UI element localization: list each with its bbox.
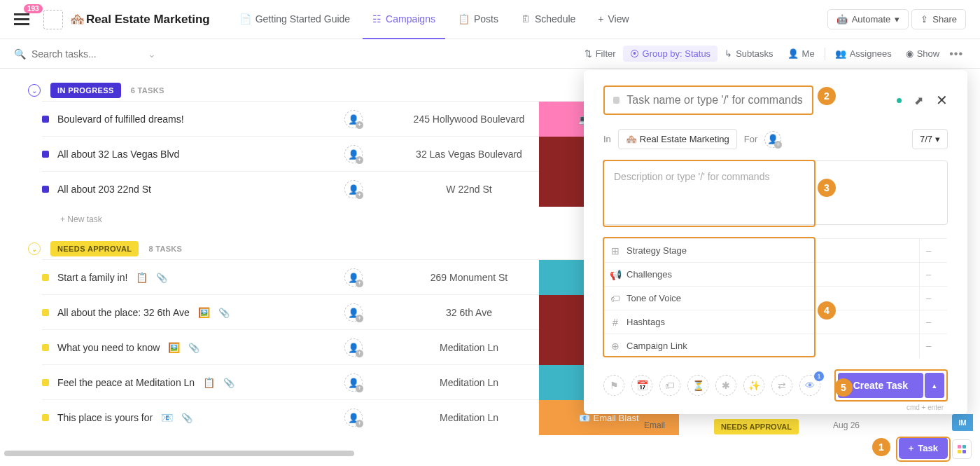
- dependency-icon[interactable]: ⇄: [771, 375, 792, 396]
- show-button[interactable]: ◉Show: [899, 46, 947, 62]
- assignee-add[interactable]: 👤: [344, 374, 363, 392]
- collapse-toggle[interactable]: ⌄: [28, 84, 41, 97]
- ai-icon[interactable]: ✨: [743, 375, 764, 396]
- attachment-icon: 📎: [188, 343, 200, 353]
- toolbar: 🔍 ⌄ ⇅Filter ⦿Group by: Status ↳Subtasks …: [0, 39, 980, 69]
- share-button[interactable]: ⇪ Share: [911, 9, 966, 29]
- apps-icon: [958, 445, 966, 453]
- task-name-input[interactable]: [626, 94, 804, 107]
- page-title[interactable]: 🏘️ Real Estate Marketing: [70, 12, 210, 27]
- status-pill[interactable]: IN PROGRESS: [50, 83, 121, 98]
- for-label: For: [744, 134, 758, 144]
- date-icon[interactable]: 📅: [631, 375, 652, 396]
- field-row[interactable]: 🏷Tone of Voice–: [604, 286, 947, 310]
- filter-button[interactable]: ⇅Filter: [578, 46, 623, 62]
- me-button[interactable]: 👤Me: [780, 46, 822, 62]
- search-input[interactable]: [31, 48, 136, 60]
- create-task-dropdown[interactable]: ▴: [925, 373, 944, 398]
- keyboard-hint: cmd + enter: [906, 404, 944, 411]
- calendar-icon: 🗓: [521, 13, 531, 25]
- description-input[interactable]: Description or type '/' for commands: [603, 160, 948, 225]
- assignee-add[interactable]: 👤: [344, 180, 363, 198]
- person-icon: 👤: [788, 48, 799, 59]
- status-pill[interactable]: NEEDS APPROVAL: [50, 241, 139, 256]
- status-square: [613, 97, 620, 104]
- attachment-icon: 📎: [181, 413, 192, 423]
- field-row[interactable]: #Hashtags–: [604, 310, 947, 334]
- tag-icon[interactable]: 🏷: [659, 375, 680, 396]
- field-count-chip[interactable]: 7/7 ▾: [912, 129, 948, 149]
- tab-posts[interactable]: 📋 Posts: [448, 0, 508, 39]
- assignee-add[interactable]: 👤: [344, 110, 363, 128]
- plus-icon: +: [598, 13, 603, 25]
- doc-icon: 📄: [239, 13, 251, 25]
- field-row[interactable]: 📢Challenges–: [604, 262, 947, 286]
- more-button[interactable]: •••: [946, 48, 966, 60]
- chevron-down-icon: ▾: [895, 14, 899, 25]
- task-count: 8 TASKS: [148, 245, 182, 253]
- search-box[interactable]: 🔍 ⌄: [14, 48, 156, 60]
- tab-campaigns[interactable]: ☷ Campaigns: [363, 0, 445, 39]
- status-square[interactable]: [42, 274, 49, 281]
- presence-dot: [897, 98, 902, 103]
- chevron-down-icon[interactable]: ⌄: [148, 48, 156, 60]
- group-by-button[interactable]: ⦿Group by: Status: [623, 46, 718, 62]
- assignee-add[interactable]: 👤: [764, 131, 781, 148]
- menu-toggle[interactable]: 193: [14, 10, 34, 29]
- title-emoji: 🏘️: [70, 12, 85, 27]
- status-square[interactable]: [42, 344, 49, 351]
- callout-highlight: [603, 160, 816, 227]
- status-square[interactable]: [42, 151, 49, 158]
- assignee-add[interactable]: 👤: [344, 338, 363, 357]
- task-name-input-wrap[interactable]: [603, 85, 813, 115]
- in-label: In: [603, 134, 611, 144]
- priority-icon[interactable]: ⚑: [603, 375, 624, 396]
- notification-badge: 193: [24, 4, 43, 13]
- callout-4: 4: [818, 301, 836, 320]
- search-icon: 🔍: [14, 48, 26, 60]
- assignee-add[interactable]: 👤: [344, 303, 363, 322]
- robot-icon: 🤖: [836, 14, 848, 25]
- status-square[interactable]: [42, 379, 49, 386]
- custom-fields: ⊞Strategy Stage– 📢Challenges– 🏷Tone of V…: [603, 238, 948, 358]
- eye-icon: ◉: [906, 48, 913, 59]
- watchers-icon[interactable]: 👁1: [799, 375, 820, 396]
- field-row[interactable]: ⊞Strategy Stage–: [604, 238, 947, 262]
- close-icon[interactable]: ✕: [936, 92, 948, 109]
- estimate-icon[interactable]: ⏳: [687, 375, 708, 396]
- attachment-icon: 📎: [218, 308, 230, 318]
- callout-1: 1: [872, 438, 890, 456]
- field-row[interactable]: ⊕Campaign Link–: [604, 334, 947, 357]
- subtask-icon: ↳: [724, 48, 732, 59]
- space-icon[interactable]: [43, 10, 63, 29]
- status-square[interactable]: [42, 116, 49, 123]
- automate-button[interactable]: 🤖 Automate ▾: [827, 9, 909, 29]
- horizontal-scrollbar[interactable]: [4, 451, 354, 456]
- assignee-add[interactable]: 👤: [344, 145, 363, 163]
- expand-icon[interactable]: ⬈: [914, 94, 923, 107]
- group-icon: ⦿: [630, 48, 639, 59]
- tab-schedule[interactable]: 🗓 Schedule: [511, 0, 585, 39]
- share-icon: ⇪: [920, 14, 928, 25]
- avatar-im: IM: [952, 414, 973, 431]
- assignee-add[interactable]: 👤: [344, 268, 363, 287]
- apps-button[interactable]: [952, 439, 972, 459]
- new-task-button[interactable]: +Task: [899, 437, 948, 459]
- people-icon: 👥: [835, 48, 846, 59]
- tab-getting-started[interactable]: 📄 Getting Started Guide: [230, 0, 360, 39]
- status-square[interactable]: [42, 309, 49, 316]
- sprint-icon[interactable]: ✱: [715, 375, 736, 396]
- task-count: 6 TASKS: [131, 86, 164, 95]
- tag-icon: 🏷: [610, 293, 621, 304]
- filter-icon: ⇅: [584, 48, 592, 59]
- status-square[interactable]: [42, 414, 49, 421]
- chevron-down-icon: ▾: [935, 134, 940, 144]
- assignee-add[interactable]: 👤: [344, 409, 363, 427]
- status-square[interactable]: [42, 186, 49, 193]
- attachment-icon: 📎: [156, 273, 167, 283]
- subtasks-button[interactable]: ↳Subtasks: [718, 46, 780, 62]
- assignees-button[interactable]: 👥Assignees: [828, 46, 899, 62]
- list-chip[interactable]: 🏘️Real Estate Marketing: [618, 129, 737, 149]
- collapse-toggle[interactable]: ⌄: [28, 242, 41, 255]
- add-view[interactable]: + View: [588, 0, 638, 39]
